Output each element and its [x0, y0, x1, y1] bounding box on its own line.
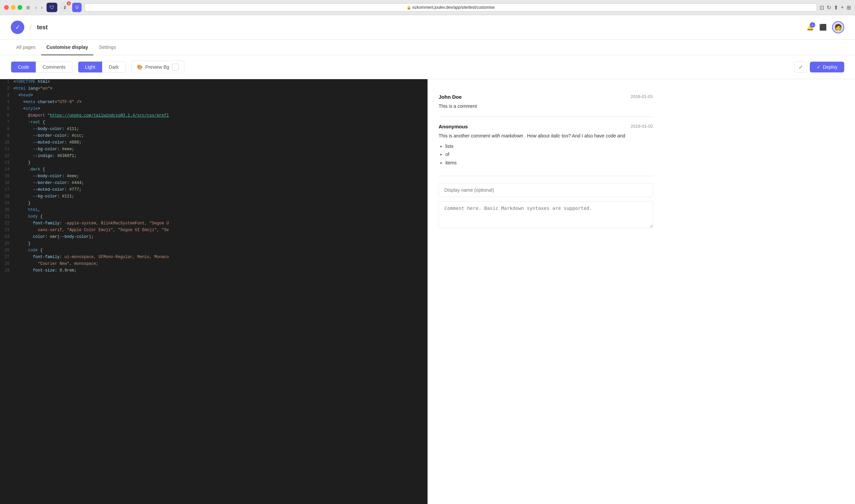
color-swatch — [172, 64, 179, 70]
tab-all-pages[interactable]: All pages — [11, 40, 41, 55]
avatar[interactable]: 🧑 — [832, 21, 844, 33]
light-theme-button[interactable]: Light — [78, 62, 102, 72]
code-tab-button[interactable]: Code — [11, 62, 36, 72]
split-pane: 1 <!DOCTYPE html> 2 <html lang="en"> 3 <… — [0, 79, 855, 504]
code-line-6: 6 @import "https://unpkg.com/tailwindcss… — [0, 113, 428, 120]
share-icon[interactable]: ⬆ — [834, 4, 838, 11]
code-line-27: 27 font-family: ui-monospace, SFMono-Reg… — [0, 254, 428, 261]
code-line-15: 15 --body-color: #eee; — [0, 174, 428, 180]
code-line-14: 14 .dark { — [0, 167, 428, 174]
code-line-4: 4 <meta charset="UTF-8" /> — [0, 100, 428, 106]
site-name: test — [37, 24, 48, 31]
list-item-3: items — [446, 159, 653, 166]
code-line-23: 23 sans-serif, "Apple Color Emoji", "Seg… — [0, 228, 428, 234]
code-line-22: 22 font-family: -apple-system, BlinkMacS… — [0, 221, 428, 228]
comment-list: lists of items — [446, 143, 653, 166]
back-button[interactable]: ‹ — [34, 4, 38, 11]
extension-icon: U — [72, 3, 82, 12]
code-line-24: 24 color: var(--body-color); — [0, 234, 428, 241]
code-line-17: 17 --muted-color: #777; — [0, 187, 428, 194]
refresh-icon[interactable]: ↻ — [827, 4, 831, 11]
forward-button[interactable]: › — [40, 4, 44, 11]
preview-form — [439, 176, 653, 236]
preview-pane: John Doe 2018-01-01 This is a comment An… — [428, 79, 855, 504]
preview-bg-button[interactable]: 🎨 Preview Bg — [131, 61, 185, 73]
logo-icon: ✓ — [11, 21, 24, 34]
editor-tab-group: Code Comments — [11, 61, 72, 73]
code-line-10: 10 --muted-color: #888; — [0, 140, 428, 147]
checkmark-icon: ✓ — [817, 64, 821, 70]
maximize-button[interactable] — [18, 5, 22, 10]
list-item-1: lists — [446, 143, 653, 150]
code-line-1: 1 <!DOCTYPE html> — [0, 79, 428, 86]
code-line-8: 8 --body-color: #111; — [0, 126, 428, 133]
theme-tab-group: Light Dark — [78, 61, 126, 73]
dark-theme-button[interactable]: Dark — [102, 62, 126, 72]
comment-header-2: Anonymous 2018-01-02 — [439, 124, 653, 129]
comment-date-2: 2018-01-02 — [631, 124, 653, 129]
code-line-18: 18 --bg-color: #111; — [0, 194, 428, 200]
logout-button[interactable]: ⬛ — [819, 23, 827, 31]
code-line-12: 12 --indigo: #6366f1; — [0, 153, 428, 160]
code-line-28: 28 "Courier New", monospace; — [0, 261, 428, 268]
logo-separator: / — [30, 23, 32, 31]
code-line-16: 16 --border-color: #444; — [0, 180, 428, 187]
comment-header-1: John Doe 2018-01-01 — [439, 94, 653, 100]
comment-item-2: Anonymous 2018-01-02 This is another com… — [439, 117, 653, 176]
comment-author-1: John Doe — [439, 94, 461, 100]
comment-textarea[interactable] — [439, 201, 653, 228]
fullscreen-button[interactable]: ⤢ — [794, 61, 807, 73]
new-tab-icon[interactable]: + — [841, 4, 844, 11]
close-button[interactable] — [4, 5, 9, 10]
nav-actions: 🔔 1 ⬛ 🧑 — [806, 21, 844, 33]
code-line-19: 19 } — [0, 200, 428, 207]
code-editor[interactable]: 1 <!DOCTYPE html> 2 <html lang="en"> 3 <… — [0, 79, 428, 504]
preview-inner: John Doe 2018-01-01 This is a comment An… — [428, 79, 664, 244]
sidebar-toggle-button[interactable]: ⊞ — [25, 4, 31, 11]
code-line-13: 13 } — [0, 160, 428, 167]
fullscreen-icon: ⤢ — [799, 64, 803, 70]
display-name-input[interactable] — [439, 183, 653, 197]
italic-markdown-2: italic — [551, 133, 560, 139]
shield-icon: 🛡 — [47, 3, 57, 12]
comment-author-2: Anonymous — [439, 124, 468, 129]
minimize-button[interactable] — [11, 5, 16, 10]
tab-customise-display[interactable]: Customise display — [41, 40, 94, 55]
code-lines: 1 <!DOCTYPE html> 2 <html lang="en"> 3 <… — [0, 79, 428, 274]
code-line-2: 2 <html lang="en"> — [0, 86, 428, 93]
comment-item-1: John Doe 2018-01-01 This is a comment — [439, 87, 653, 117]
top-nav: ✓ / test 🔔 1 ⬛ 🧑 — [0, 15, 855, 40]
code-line-5: 5 <style> — [0, 106, 428, 113]
deploy-button[interactable]: ✓ Deploy — [810, 62, 844, 72]
palette-icon: 🎨 — [137, 64, 143, 70]
notifications-button[interactable]: 🔔 1 — [806, 23, 814, 31]
toolbar: Code Comments Light Dark 🎨 Preview Bg ⤢ … — [0, 55, 855, 79]
code-line-29: 29 font-size: 0.9rem; — [0, 268, 428, 274]
browser-chrome: ⊞ ‹ › 🛡 2 2 U 🔒 ezkomment.joulev.dev/app… — [0, 0, 855, 15]
code-line-7: 7 :root { — [0, 120, 428, 126]
cast-icon[interactable]: ⊡ — [820, 4, 824, 11]
page-tabs: All pages Customise display Settings — [0, 40, 855, 55]
code-line-11: 11 --bg-color: #eee; — [0, 147, 428, 153]
traffic-lights — [4, 5, 22, 10]
main-content: Code Comments Light Dark 🎨 Preview Bg ⤢ … — [0, 55, 855, 504]
code-line-9: 9 --border-color: #ccc; — [0, 133, 428, 140]
italic-markdown-1: with markdown — [492, 133, 523, 139]
url-bar[interactable]: 🔒 ezkomment.joulev.dev/app/site/test/cus… — [84, 3, 817, 12]
code-line-20: 20 html, — [0, 207, 428, 214]
code-line-3: 3 <head> — [0, 93, 428, 100]
comment-date-1: 2018-01-01 — [631, 94, 653, 99]
comments-tab-button[interactable]: Comments — [36, 62, 72, 72]
notification-badge: 1 — [810, 22, 815, 28]
browser-actions: ⊡ ↻ ⬆ + ⊞ — [820, 4, 851, 11]
logo-area: ✓ / test — [11, 21, 48, 34]
grid-icon[interactable]: ⊞ — [847, 4, 851, 11]
app-container: ✓ / test 🔔 1 ⬛ 🧑 All pages Customise dis… — [0, 15, 855, 504]
code-line-21: 21 body { — [0, 214, 428, 221]
list-item-2: of — [446, 150, 653, 158]
comment-body-1: This is a comment — [439, 103, 653, 110]
code-line-26: 26 code { — [0, 248, 428, 254]
comment-body-2: This is another comment with markdown . … — [439, 132, 653, 166]
tab-settings[interactable]: Settings — [93, 40, 121, 55]
tab-counter: 2 2 — [60, 3, 69, 12]
